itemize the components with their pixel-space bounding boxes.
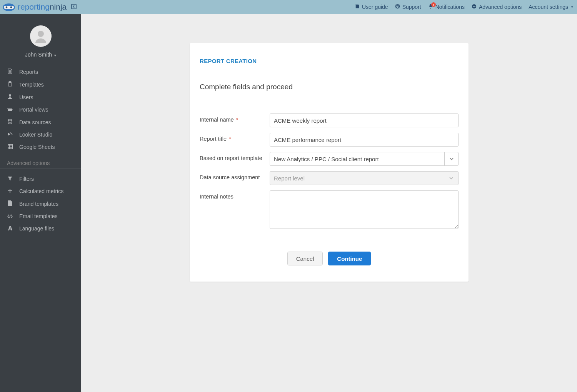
control-data-source: Report level	[270, 171, 459, 185]
nav-label: Calculated metrics	[19, 188, 63, 194]
app-container: John Smith ▾ Reports Templates Users Por…	[0, 14, 577, 392]
minus-circle-icon	[472, 4, 477, 10]
svg-line-32	[10, 215, 10, 218]
plus-icon	[7, 188, 13, 194]
support-label: Support	[402, 4, 421, 10]
report-title-input[interactable]	[270, 133, 459, 147]
svg-rect-31	[8, 190, 12, 191]
svg-point-12	[430, 8, 431, 8]
ninja-icon	[1, 1, 17, 13]
account-settings-label: Account settings	[529, 4, 568, 10]
notification-badge: !	[431, 2, 436, 7]
cancel-button[interactable]: Cancel	[287, 252, 323, 265]
data-source-select: Report level	[270, 171, 459, 185]
card-subtitle: Complete fields and proceed	[200, 83, 459, 91]
font-icon	[7, 226, 13, 232]
clipboard-icon	[7, 81, 13, 88]
control-internal-name	[270, 113, 459, 127]
advanced-options-link[interactable]: Advanced options	[472, 4, 522, 10]
main-content: REPORT CREATION Complete fields and proc…	[81, 14, 577, 392]
sidebar-item-users[interactable]: Users	[0, 91, 81, 103]
row-template: Based on report template New Analytics /…	[200, 152, 459, 166]
file-icon	[7, 200, 13, 207]
sidebar-item-email-templates[interactable]: Email templates	[0, 210, 81, 222]
sidebar-item-data-sources[interactable]: Data sources	[0, 116, 81, 128]
chevron-down-icon	[444, 172, 458, 185]
user-icon	[7, 94, 13, 100]
sidebar-item-language-files[interactable]: Language files	[0, 222, 81, 235]
continue-button[interactable]: Continue	[328, 252, 371, 265]
row-internal-name: Internal name *	[200, 113, 459, 127]
label-notes: Internal notes	[200, 190, 270, 200]
sidebar-item-calculated-metrics[interactable]: Calculated metrics	[0, 185, 81, 197]
row-data-source: Data source assignment Report level	[200, 171, 459, 185]
sidebar-item-filters[interactable]: Filters	[0, 173, 81, 185]
nav-label: Portal views	[19, 107, 48, 113]
sidebar-item-brand-templates[interactable]: Brand templates	[0, 197, 81, 210]
sidebar-item-portal-views[interactable]: Portal views	[0, 103, 81, 116]
sidebar-item-google-sheets[interactable]: Google Sheets	[0, 141, 81, 153]
topbar-left: reportingninja	[1, 1, 77, 13]
label-text: Internal name	[200, 117, 234, 123]
label-template: Based on report template	[200, 152, 270, 161]
sidebar-item-templates[interactable]: Templates	[0, 78, 81, 91]
nav-label: Google Sheets	[19, 144, 55, 150]
collapse-sidebar-icon[interactable]	[71, 4, 77, 10]
card-title: REPORT CREATION	[200, 58, 459, 64]
data-source-select-value: Report level	[270, 175, 444, 182]
svg-point-2	[6, 7, 8, 8]
svg-point-21	[9, 94, 11, 97]
notifications-label: Notifications	[435, 4, 465, 10]
label-report-title: Report title *	[200, 133, 270, 142]
nav-list-advanced: Filters Calculated metrics Brand templat…	[0, 173, 81, 235]
nav-label: Users	[19, 94, 33, 100]
button-row: Cancel Continue	[200, 252, 459, 265]
control-report-title	[270, 133, 459, 147]
account-settings-link[interactable]: Account settings ▾	[529, 4, 573, 10]
brand-logo[interactable]: reportingninja	[1, 1, 67, 13]
notifications-link[interactable]: ! Notifications	[428, 4, 465, 10]
sidebar-item-reports[interactable]: Reports	[0, 65, 81, 78]
internal-notes-textarea[interactable]	[270, 190, 459, 229]
svg-rect-24	[11, 133, 13, 135]
label-internal-name: Internal name *	[200, 113, 270, 123]
svg-rect-1	[4, 6, 14, 9]
topbar: reportingninja User guide Support ! Noti…	[0, 0, 577, 14]
control-template: New Analytics / PPC / Social client repo…	[270, 152, 459, 166]
nav-label: Language files	[19, 225, 54, 232]
label-data-source: Data source assignment	[200, 171, 270, 180]
sidebar: John Smith ▾ Reports Templates Users Por…	[0, 14, 81, 392]
database-icon	[7, 119, 13, 125]
nav-label: Filters	[19, 176, 34, 182]
template-select-value: New Analytics / PPC / Social client repo…	[270, 156, 444, 162]
required-mark: *	[227, 136, 231, 142]
control-notes	[270, 190, 459, 230]
svg-point-22	[8, 119, 12, 121]
report-creation-card: REPORT CREATION Complete fields and proc…	[190, 43, 469, 282]
chevron-down-icon: ▾	[571, 5, 573, 9]
template-select[interactable]: New Analytics / PPC / Social client repo…	[270, 152, 459, 166]
svg-point-3	[10, 7, 12, 8]
sidebar-item-looker-studio[interactable]: Looker Studio	[0, 128, 81, 141]
nav-label: Reports	[19, 69, 38, 75]
brand-word-2: ninja	[50, 2, 67, 11]
folder-open-icon	[7, 107, 13, 113]
chevron-down-icon: ▾	[54, 53, 56, 57]
user-name-dropdown[interactable]: John Smith ▾	[0, 52, 81, 58]
file-icon	[7, 68, 13, 75]
support-link[interactable]: Support	[395, 4, 421, 10]
svg-rect-4	[72, 4, 76, 9]
row-notes: Internal notes	[200, 190, 459, 230]
life-ring-icon	[395, 4, 400, 10]
user-guide-link[interactable]: User guide	[355, 4, 388, 10]
brand-text: reportingninja	[18, 2, 67, 12]
nav-label: Looker Studio	[19, 132, 52, 138]
brand-word-1: reporting	[18, 2, 50, 11]
nav-list-main: Reports Templates Users Portal views Dat…	[0, 65, 81, 153]
code-icon	[7, 214, 13, 219]
internal-name-input[interactable]	[270, 113, 459, 127]
table-icon	[7, 144, 13, 150]
nav-section-advanced: Advanced options	[0, 156, 81, 169]
avatar[interactable]	[30, 25, 52, 47]
advanced-options-label: Advanced options	[479, 4, 522, 10]
